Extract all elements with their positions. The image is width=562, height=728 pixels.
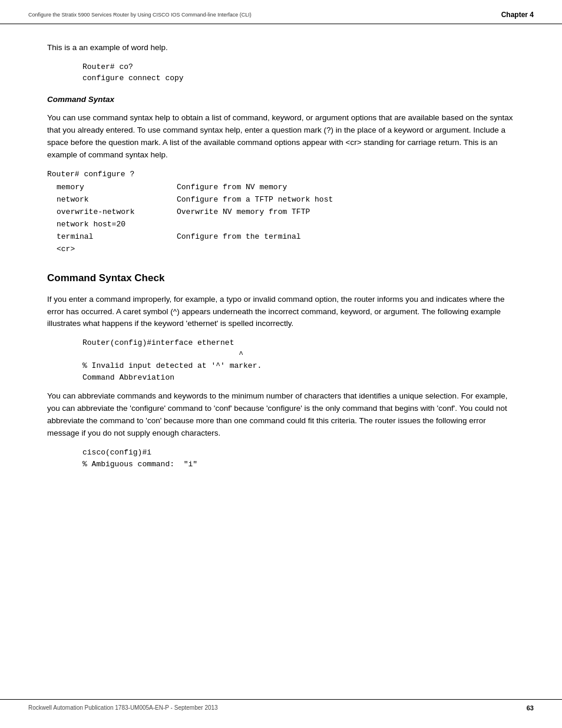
intro-sentence: This is a an example of word help. <box>47 42 515 54</box>
code-block-2-line-2: ^ <box>82 349 515 361</box>
code-configure-prompt: Router# configure ? <box>47 169 515 180</box>
code-block-3: cisco(config)#i % Ambiguous command: "i" <box>82 447 515 470</box>
major-section-heading: Command Syntax Check <box>47 272 515 284</box>
option-overwrite-network-extra: network host=20 <box>47 219 515 230</box>
code-block-2-line-4: Command Abbreviation <box>82 372 515 384</box>
code-block-2-line-3: % Invalid input detected at '^' marker. <box>82 360 515 372</box>
paragraph-1: You can use command syntax help to obtai… <box>47 112 515 162</box>
code-block-1: Router# co? configure connect copy <box>82 61 515 84</box>
footer-publication: Rockwell Automation Publication 1783-UM0… <box>28 704 218 711</box>
page-container: Configure the Stratix 5900 Services Rout… <box>0 0 562 728</box>
paragraph-2: If you enter a command improperly, for e… <box>47 294 515 331</box>
page-footer: Rockwell Automation Publication 1783-UM0… <box>0 699 562 716</box>
main-content: This is a an example of word help. Route… <box>0 24 562 512</box>
subsection-heading: Command Syntax <box>47 95 515 104</box>
option-network: network Configure from a TFTP network ho… <box>47 194 515 206</box>
option-cr: <cr> <box>47 243 515 255</box>
option-memory: memory Configure from NV memory <box>47 182 515 193</box>
page-header: Configure the Stratix 5900 Services Rout… <box>0 0 562 24</box>
code-block-3-line-2: % Ambiguous command: "i" <box>82 459 515 470</box>
code-block-3-line-1: cisco(config)#i <box>82 447 515 459</box>
header-chapter: Chapter 4 <box>501 11 534 19</box>
option-terminal: terminal Configure from the terminal <box>47 231 515 243</box>
header-title: Configure the Stratix 5900 Services Rout… <box>28 12 252 18</box>
option-overwrite-network: overwrite-network Overwrite NV memory fr… <box>47 206 515 218</box>
code-line-1: Router# co? <box>82 61 515 73</box>
code-block-2: Router(config)#interface ethernet ^ % In… <box>82 337 515 383</box>
code-configure-table: Router# configure ? memory Configure fro… <box>47 169 515 256</box>
footer-page-number: 63 <box>527 704 534 711</box>
code-block-2-line-1: Router(config)#interface ethernet <box>82 337 515 349</box>
code-line-2: configure connect copy <box>82 73 515 84</box>
paragraph-3: You can abbreviate commands and keywords… <box>47 390 515 440</box>
